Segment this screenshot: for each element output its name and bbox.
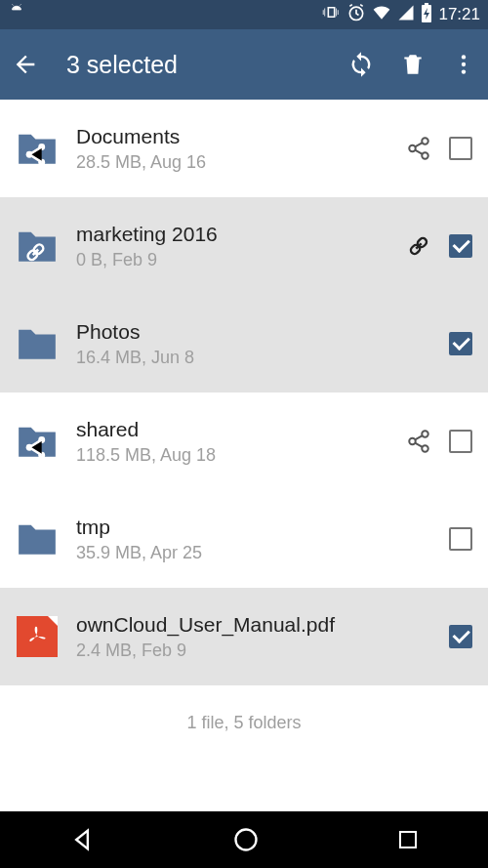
link-icon[interactable] (406, 233, 431, 259)
share-icon[interactable] (406, 429, 431, 454)
svg-point-23 (236, 830, 257, 850)
nav-home[interactable] (232, 826, 260, 853)
summary-text: 1 file, 5 folders (0, 685, 488, 761)
svg-point-4 (462, 69, 466, 73)
file-row[interactable]: shared118.5 MB, Aug 18 (0, 393, 488, 490)
app-bar: 3 selected (0, 29, 488, 100)
svg-point-9 (409, 145, 416, 152)
file-name: marketing 2016 (76, 223, 388, 246)
file-info: ownCloud_User_Manual.pdf2.4 MB, Feb 9 (76, 613, 431, 661)
svg-point-2 (462, 55, 466, 59)
file-name: Documents (76, 125, 388, 148)
file-row[interactable]: Photos16.4 MB, Jun 8 (0, 295, 488, 393)
folder-icon (16, 420, 59, 463)
svg-point-3 (462, 62, 466, 66)
file-info: shared118.5 MB, Aug 18 (76, 418, 388, 466)
svg-rect-24 (400, 832, 416, 847)
nav-recent[interactable] (396, 828, 420, 851)
file-list: Documents28.5 MB, Aug 16marketing 20160 … (0, 100, 488, 685)
file-name: Photos (76, 320, 431, 344)
status-bar: 17:21 (0, 0, 488, 29)
svg-point-22 (422, 445, 428, 452)
folder-icon (16, 517, 59, 560)
file-row[interactable]: ownCloud_User_Manual.pdf2.4 MB, Feb 9 (0, 588, 488, 685)
file-info: Photos16.4 MB, Jun 8 (76, 320, 431, 368)
checkbox[interactable] (449, 332, 472, 355)
vibrate-icon (322, 3, 341, 26)
alarm-icon (346, 3, 366, 27)
nav-back[interactable] (68, 826, 96, 853)
folder-icon (16, 127, 59, 170)
file-meta: 16.4 MB, Jun 8 (76, 348, 431, 368)
folder-icon (16, 225, 59, 268)
svg-point-8 (422, 138, 428, 145)
checkbox[interactable] (449, 234, 472, 258)
file-row[interactable]: Documents28.5 MB, Aug 16 (0, 100, 488, 197)
file-meta: 118.5 MB, Aug 18 (76, 445, 388, 466)
file-meta: 2.4 MB, Feb 9 (76, 641, 431, 661)
checkbox[interactable] (449, 527, 472, 551)
file-name: shared (76, 418, 388, 441)
svg-point-20 (422, 431, 428, 437)
svg-rect-1 (425, 3, 428, 6)
checkbox[interactable] (449, 430, 472, 453)
svg-point-21 (409, 438, 416, 445)
file-meta: 28.5 MB, Aug 16 (76, 152, 388, 173)
file-name: ownCloud_User_Manual.pdf (76, 613, 431, 637)
app-bar-title: 3 selected (66, 51, 328, 79)
svg-point-10 (422, 152, 428, 159)
sync-button[interactable] (347, 51, 375, 78)
file-info: marketing 20160 B, Feb 9 (76, 223, 388, 270)
battery-icon (421, 3, 432, 27)
share-icon[interactable] (406, 136, 431, 161)
more-button[interactable] (451, 52, 476, 77)
pdf-icon (16, 615, 59, 658)
file-row[interactable]: tmp35.9 MB, Apr 25 (0, 490, 488, 588)
folder-icon (16, 322, 59, 365)
android-head-icon (8, 4, 25, 26)
status-time: 17:21 (438, 5, 480, 24)
file-meta: 0 B, Feb 9 (76, 250, 388, 270)
file-row[interactable]: marketing 20160 B, Feb 9 (0, 197, 488, 295)
wifi-icon (372, 3, 391, 27)
checkbox[interactable] (449, 137, 472, 160)
nav-bar (0, 811, 488, 868)
file-info: Documents28.5 MB, Aug 16 (76, 125, 388, 173)
signal-icon (397, 4, 415, 26)
delete-button[interactable] (400, 52, 426, 77)
file-info: tmp35.9 MB, Apr 25 (76, 516, 431, 563)
file-meta: 35.9 MB, Apr 25 (76, 543, 431, 563)
checkbox[interactable] (449, 625, 472, 648)
back-button[interactable] (12, 51, 39, 78)
file-name: tmp (76, 516, 431, 539)
